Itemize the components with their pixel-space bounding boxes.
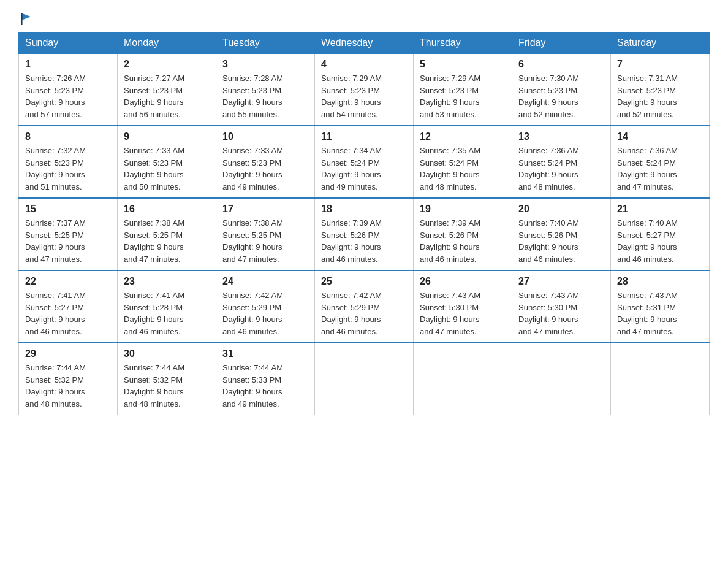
day-info: Sunrise: 7:39 AM Sunset: 5:26 PM Dayligh… (321, 217, 407, 265)
calendar-day-cell: 15 Sunrise: 7:37 AM Sunset: 5:25 PM Dayl… (19, 198, 118, 270)
calendar-day-cell: 1 Sunrise: 7:26 AM Sunset: 5:23 PM Dayli… (19, 54, 118, 126)
day-info: Sunrise: 7:39 AM Sunset: 5:26 PM Dayligh… (420, 217, 506, 265)
day-info: Sunrise: 7:44 AM Sunset: 5:32 PM Dayligh… (25, 362, 111, 410)
calendar-day-cell: 24 Sunrise: 7:42 AM Sunset: 5:29 PM Dayl… (216, 270, 315, 343)
day-info: Sunrise: 7:40 AM Sunset: 5:27 PM Dayligh… (617, 217, 703, 265)
calendar-day-cell: 23 Sunrise: 7:41 AM Sunset: 5:28 PM Dayl… (118, 270, 216, 343)
calendar-week-row: 22 Sunrise: 7:41 AM Sunset: 5:27 PM Dayl… (19, 270, 710, 343)
day-number: 10 (222, 131, 308, 142)
calendar-day-cell: 28 Sunrise: 7:43 AM Sunset: 5:31 PM Dayl… (611, 270, 710, 343)
day-number: 25 (321, 276, 407, 287)
calendar-day-cell: 14 Sunrise: 7:36 AM Sunset: 5:24 PM Dayl… (611, 126, 710, 198)
header-wednesday: Wednesday (315, 33, 414, 54)
calendar-day-cell: 5 Sunrise: 7:29 AM Sunset: 5:23 PM Dayli… (414, 54, 512, 126)
calendar-day-cell: 16 Sunrise: 7:38 AM Sunset: 5:25 PM Dayl… (118, 198, 216, 270)
day-info: Sunrise: 7:32 AM Sunset: 5:23 PM Dayligh… (25, 145, 111, 193)
day-number: 22 (25, 276, 111, 287)
day-info: Sunrise: 7:28 AM Sunset: 5:23 PM Dayligh… (222, 72, 308, 120)
day-info: Sunrise: 7:43 AM Sunset: 5:30 PM Dayligh… (518, 289, 604, 337)
calendar-week-row: 1 Sunrise: 7:26 AM Sunset: 5:23 PM Dayli… (19, 54, 710, 126)
calendar-day-cell: 3 Sunrise: 7:28 AM Sunset: 5:23 PM Dayli… (216, 54, 315, 126)
calendar-day-cell: 27 Sunrise: 7:43 AM Sunset: 5:30 PM Dayl… (512, 270, 611, 343)
day-number: 7 (617, 59, 703, 70)
calendar-day-cell: 11 Sunrise: 7:34 AM Sunset: 5:24 PM Dayl… (315, 126, 414, 198)
day-number: 19 (420, 204, 506, 215)
header-friday: Friday (512, 33, 611, 54)
header-sunday: Sunday (19, 33, 118, 54)
day-number: 21 (617, 204, 703, 215)
day-number: 6 (518, 59, 604, 70)
day-info: Sunrise: 7:40 AM Sunset: 5:26 PM Dayligh… (518, 217, 604, 265)
calendar-day-cell: 22 Sunrise: 7:41 AM Sunset: 5:27 PM Dayl… (19, 270, 118, 343)
day-info: Sunrise: 7:38 AM Sunset: 5:25 PM Dayligh… (222, 217, 308, 265)
calendar-day-cell (315, 343, 414, 415)
calendar-week-row: 29 Sunrise: 7:44 AM Sunset: 5:32 PM Dayl… (19, 343, 710, 415)
day-number: 4 (321, 59, 407, 70)
day-number: 2 (124, 59, 210, 70)
day-info: Sunrise: 7:34 AM Sunset: 5:24 PM Dayligh… (321, 145, 407, 193)
calendar-day-cell: 7 Sunrise: 7:31 AM Sunset: 5:23 PM Dayli… (611, 54, 710, 126)
day-info: Sunrise: 7:26 AM Sunset: 5:23 PM Dayligh… (25, 72, 111, 120)
day-number: 29 (25, 348, 111, 359)
header-monday: Monday (118, 33, 216, 54)
day-number: 3 (222, 59, 308, 70)
calendar-day-cell: 21 Sunrise: 7:40 AM Sunset: 5:27 PM Dayl… (611, 198, 710, 270)
day-info: Sunrise: 7:29 AM Sunset: 5:23 PM Dayligh… (420, 72, 506, 120)
calendar-day-cell: 31 Sunrise: 7:44 AM Sunset: 5:33 PM Dayl… (216, 343, 315, 415)
calendar-day-cell: 30 Sunrise: 7:44 AM Sunset: 5:32 PM Dayl… (118, 343, 216, 415)
day-info: Sunrise: 7:37 AM Sunset: 5:25 PM Dayligh… (25, 217, 111, 265)
calendar-header-row: SundayMondayTuesdayWednesdayThursdayFrid… (19, 33, 710, 54)
calendar-day-cell: 17 Sunrise: 7:38 AM Sunset: 5:25 PM Dayl… (216, 198, 315, 270)
header-saturday: Saturday (611, 33, 710, 54)
day-number: 5 (420, 59, 506, 70)
day-info: Sunrise: 7:42 AM Sunset: 5:29 PM Dayligh… (222, 289, 308, 337)
calendar-day-cell: 20 Sunrise: 7:40 AM Sunset: 5:26 PM Dayl… (512, 198, 611, 270)
day-info: Sunrise: 7:35 AM Sunset: 5:24 PM Dayligh… (420, 145, 506, 193)
day-info: Sunrise: 7:36 AM Sunset: 5:24 PM Dayligh… (518, 145, 604, 193)
day-number: 13 (518, 131, 604, 142)
day-number: 28 (617, 276, 703, 287)
svg-rect-1 (21, 13, 23, 25)
day-info: Sunrise: 7:43 AM Sunset: 5:31 PM Dayligh… (617, 289, 703, 337)
calendar-day-cell: 9 Sunrise: 7:33 AM Sunset: 5:23 PM Dayli… (118, 126, 216, 198)
day-number: 30 (124, 348, 210, 359)
calendar-day-cell: 29 Sunrise: 7:44 AM Sunset: 5:32 PM Dayl… (19, 343, 118, 415)
day-info: Sunrise: 7:30 AM Sunset: 5:23 PM Dayligh… (518, 72, 604, 120)
day-info: Sunrise: 7:31 AM Sunset: 5:23 PM Dayligh… (617, 72, 703, 120)
day-number: 1 (25, 59, 111, 70)
day-number: 26 (420, 276, 506, 287)
day-number: 27 (518, 276, 604, 287)
day-number: 23 (124, 276, 210, 287)
calendar-day-cell: 25 Sunrise: 7:42 AM Sunset: 5:29 PM Dayl… (315, 270, 414, 343)
calendar-day-cell (512, 343, 611, 415)
day-number: 11 (321, 131, 407, 142)
header-tuesday: Tuesday (216, 33, 315, 54)
day-number: 18 (321, 204, 407, 215)
day-number: 31 (222, 348, 308, 359)
calendar-table: SundayMondayTuesdayWednesdayThursdayFrid… (18, 32, 710, 415)
day-number: 17 (222, 204, 308, 215)
day-info: Sunrise: 7:27 AM Sunset: 5:23 PM Dayligh… (124, 72, 210, 120)
day-info: Sunrise: 7:44 AM Sunset: 5:32 PM Dayligh… (124, 362, 210, 410)
day-info: Sunrise: 7:42 AM Sunset: 5:29 PM Dayligh… (321, 289, 407, 337)
day-number: 9 (124, 131, 210, 142)
calendar-day-cell (611, 343, 710, 415)
day-number: 24 (222, 276, 308, 287)
day-info: Sunrise: 7:43 AM Sunset: 5:30 PM Dayligh… (420, 289, 506, 337)
calendar-day-cell: 19 Sunrise: 7:39 AM Sunset: 5:26 PM Dayl… (414, 198, 512, 270)
day-number: 8 (25, 131, 111, 142)
day-number: 12 (420, 131, 506, 142)
calendar-day-cell: 13 Sunrise: 7:36 AM Sunset: 5:24 PM Dayl… (512, 126, 611, 198)
calendar-day-cell: 12 Sunrise: 7:35 AM Sunset: 5:24 PM Dayl… (414, 126, 512, 198)
page-header (18, 12, 710, 26)
calendar-day-cell: 18 Sunrise: 7:39 AM Sunset: 5:26 PM Dayl… (315, 198, 414, 270)
calendar-day-cell: 4 Sunrise: 7:29 AM Sunset: 5:23 PM Dayli… (315, 54, 414, 126)
day-number: 14 (617, 131, 703, 142)
logo (18, 12, 33, 26)
day-number: 20 (518, 204, 604, 215)
calendar-day-cell: 10 Sunrise: 7:33 AM Sunset: 5:23 PM Dayl… (216, 126, 315, 198)
day-info: Sunrise: 7:41 AM Sunset: 5:27 PM Dayligh… (25, 289, 111, 337)
day-info: Sunrise: 7:44 AM Sunset: 5:33 PM Dayligh… (222, 362, 308, 410)
calendar-day-cell: 2 Sunrise: 7:27 AM Sunset: 5:23 PM Dayli… (118, 54, 216, 126)
calendar-day-cell: 26 Sunrise: 7:43 AM Sunset: 5:30 PM Dayl… (414, 270, 512, 343)
